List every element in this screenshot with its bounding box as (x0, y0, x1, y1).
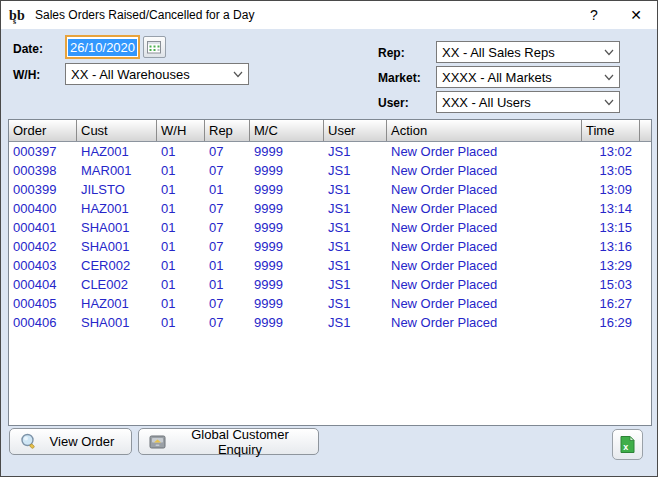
warehouse-label: W/H: (13, 68, 40, 82)
global-customer-enquiry-label: Global Customer Enquiry (166, 427, 318, 457)
table-cell: 9999 (250, 199, 324, 218)
table-cell: 01 (157, 161, 205, 180)
table-cell: 000401 (9, 218, 77, 237)
magnifier-icon (20, 433, 37, 450)
table-cell: SHA001 (77, 237, 157, 256)
column-header-filler (640, 120, 651, 141)
table-cell: 9999 (250, 161, 324, 180)
global-customer-enquiry-button[interactable]: Global Customer Enquiry (138, 428, 319, 455)
table-row[interactable]: 000401SHA00101079999JS1New Order Placed1… (9, 218, 651, 237)
table-cell: 13:16 (582, 237, 640, 256)
window-title: Sales Orders Raised/Cancelled for a Day (35, 8, 573, 22)
table-cell: New Order Placed (387, 294, 582, 313)
table-cell: 07 (205, 294, 250, 313)
svg-text:x: x (623, 442, 628, 452)
table-cell: JS1 (324, 313, 387, 332)
market-select[interactable]: XXXX - All Markets (436, 66, 620, 88)
table-cell: JS1 (324, 199, 387, 218)
table-row[interactable]: 000400HAZ00101079999JS1New Order Placed1… (9, 199, 651, 218)
table-cell: HAZ001 (77, 199, 157, 218)
table-cell: 13:09 (582, 180, 640, 199)
table-cell: JS1 (324, 275, 387, 294)
table-cell: 01 (205, 256, 250, 275)
table-cell: 000403 (9, 256, 77, 275)
table-row[interactable]: 000398MAR00101079999JS1New Order Placed1… (9, 161, 651, 180)
column-header-time: Time (582, 120, 640, 141)
user-label: User: (378, 96, 409, 110)
table-row[interactable]: 000399JILSTO01019999JS1New Order Placed1… (9, 180, 651, 199)
table-cell: JS1 (324, 142, 387, 161)
table-cell: 16:27 (582, 294, 640, 313)
view-order-label: View Order (37, 434, 131, 449)
svg-text:b: b (17, 8, 25, 23)
warehouse-select[interactable]: XX - All Warehouses (65, 63, 249, 85)
table-cell: New Order Placed (387, 142, 582, 161)
date-input[interactable]: 26/10/2020 (65, 35, 140, 59)
table-cell: JS1 (324, 294, 387, 313)
table-cell-filler (640, 256, 651, 275)
date-picker-button[interactable] (143, 36, 166, 58)
close-button[interactable]: ✕ (615, 1, 657, 29)
table-cell: 000398 (9, 161, 77, 180)
chevron-down-icon (604, 74, 614, 81)
table-header-row: OrderCustW/HRepM/CUserActionTime (9, 120, 651, 142)
table-row[interactable]: 000397HAZ00101079999JS1New Order Placed1… (9, 142, 651, 161)
orders-table: OrderCustW/HRepM/CUserActionTime 000397H… (8, 119, 652, 426)
user-select[interactable]: XXX - All Users (436, 91, 620, 113)
table-row[interactable]: 000405HAZ00101079999JS1New Order Placed1… (9, 294, 651, 313)
table-cell: 000406 (9, 313, 77, 332)
sales-orders-dialog: b b s Sales Orders Raised/Cancelled for … (0, 0, 658, 477)
column-header-rep: Rep (205, 120, 250, 141)
table-cell-filler (640, 218, 651, 237)
export-excel-button[interactable]: x (612, 429, 643, 460)
table-cell: JS1 (324, 180, 387, 199)
table-cell: 9999 (250, 256, 324, 275)
table-cell: 13:29 (582, 256, 640, 275)
column-header-m-c: M/C (250, 120, 324, 141)
table-row[interactable]: 000406SHA00101079999JS1New Order Placed1… (9, 313, 651, 332)
table-cell-filler (640, 142, 651, 161)
table-cell: 9999 (250, 237, 324, 256)
market-value: XXXX - All Markets (442, 70, 552, 85)
column-header-action: Action (387, 120, 582, 141)
table-cell: SHA001 (77, 218, 157, 237)
table-cell: HAZ001 (77, 294, 157, 313)
table-cell: New Order Placed (387, 218, 582, 237)
rep-select[interactable]: XX - All Sales Reps (436, 41, 620, 63)
date-label: Date: (13, 42, 43, 56)
table-cell: JS1 (324, 218, 387, 237)
table-cell: 01 (157, 237, 205, 256)
table-cell: 000399 (9, 180, 77, 199)
table-cell: 15:03 (582, 275, 640, 294)
table-cell-filler (640, 294, 651, 313)
view-order-button[interactable]: View Order (9, 428, 132, 455)
chevron-down-icon (233, 71, 243, 78)
table-row[interactable]: 000402SHA00101079999JS1New Order Placed1… (9, 237, 651, 256)
calendar-icon (147, 40, 162, 54)
table-cell: 000397 (9, 142, 77, 161)
table-cell-filler (640, 199, 651, 218)
warehouse-value: XX - All Warehouses (71, 67, 190, 82)
table-row[interactable]: 000403CER00201019999JS1New Order Placed1… (9, 256, 651, 275)
table-cell: 13:02 (582, 142, 640, 161)
table-row[interactable]: 000404CLE00201019999JS1New Order Placed1… (9, 275, 651, 294)
table-cell: 13:15 (582, 218, 640, 237)
table-cell: JILSTO (77, 180, 157, 199)
date-value: 26/10/2020 (68, 39, 137, 56)
table-cell: 07 (205, 237, 250, 256)
column-header-user: User (324, 120, 387, 141)
table-cell: 000404 (9, 275, 77, 294)
help-button[interactable]: ? (573, 1, 615, 29)
excel-export-icon: x (618, 435, 637, 454)
app-icon: b b s (8, 5, 28, 25)
table-cell: 13:05 (582, 161, 640, 180)
table-cell: JS1 (324, 256, 387, 275)
table-cell: New Order Placed (387, 199, 582, 218)
table-cell: 07 (205, 218, 250, 237)
table-cell: 000405 (9, 294, 77, 313)
column-header-cust: Cust (77, 120, 157, 141)
table-cell: SHA001 (77, 313, 157, 332)
chevron-down-icon (604, 99, 614, 106)
table-cell: JS1 (324, 237, 387, 256)
table-cell: New Order Placed (387, 161, 582, 180)
